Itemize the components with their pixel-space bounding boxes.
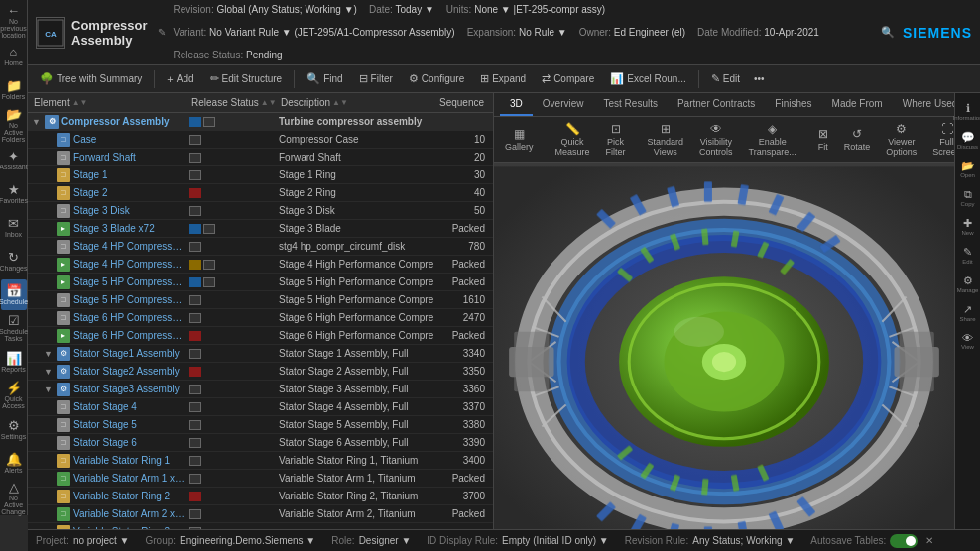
item-label[interactable]: Stage 2 — [73, 187, 107, 198]
tab-made-from[interactable]: Made From — [822, 93, 893, 116]
rs-copy-button[interactable]: ⧉ Copy — [956, 183, 980, 211]
compare-button[interactable]: ⇄ Compare — [536, 70, 600, 87]
rs-open-button[interactable]: 📂 Open — [956, 155, 980, 182]
table-row[interactable]: □Variable Stator Arm 2 x19Variable Stato… — [28, 505, 493, 523]
filter-button[interactable]: ⊟ Filter — [353, 70, 399, 87]
item-label[interactable]: Stage 6 HP Compressor Disk — [73, 312, 185, 323]
gallery-button[interactable]: ▦ Gallery — [500, 125, 539, 154]
table-row[interactable]: ▸Stage 4 HP Compressor Blade x61Stage 4 … — [28, 256, 493, 274]
visibility-controls-button[interactable]: 👁 Visibility Controls — [694, 120, 738, 159]
item-label[interactable]: Case — [73, 134, 96, 145]
table-row[interactable]: ▸Stage 5 HP Compressor Blade x65Stage 5 … — [28, 274, 493, 291]
sidebar-item-reports[interactable]: 📊 Reports — [1, 346, 27, 378]
item-label[interactable]: Stage 3 Disk — [73, 205, 130, 216]
rs-edit-button[interactable]: ✎ Edit — [956, 241, 980, 269]
tree-with-summary-button[interactable]: 🌳 Tree with Summary — [34, 70, 148, 87]
item-label[interactable]: Forward Shaft — [73, 152, 136, 163]
item-label[interactable]: Variable Stator Ring 1 — [73, 455, 170, 466]
item-label[interactable]: Variable Stator Ring 2 — [73, 491, 170, 501]
table-row[interactable]: □Stage 1Stage 1 Ring30 — [28, 166, 493, 184]
tree-content[interactable]: ▼⚙Compressor AssemblyTurbine compressor … — [28, 113, 493, 551]
tab-overview[interactable]: Overview — [533, 93, 594, 116]
fit-button[interactable]: ⊠ Fit — [813, 125, 833, 154]
table-row[interactable]: □Stator Stage 5Stator Stage 5 Assembly, … — [28, 416, 493, 434]
table-row[interactable]: □Stage 6 HP Compressor DiskStage 6 High … — [28, 309, 493, 327]
item-label[interactable]: Stator Stage 6 — [73, 437, 137, 448]
group-value[interactable]: Engineering.Demo.Siemens ▼ — [180, 535, 315, 546]
table-row[interactable]: □Stage 2Stage 2 Ring40 — [28, 184, 493, 202]
item-label[interactable]: Stator Stage 5 — [73, 419, 137, 430]
sidebar-item-active-folders[interactable]: 📂 No Active Folders — [1, 108, 27, 143]
table-row[interactable]: □Forward ShaftForward Shaft20 — [28, 149, 493, 166]
item-label[interactable]: Stage 4 HP Compressor Disk — [73, 241, 185, 252]
table-row[interactable]: □Stator Stage 6Stator Stage 6 Assembly, … — [28, 434, 493, 452]
rs-new-button[interactable]: ✚ New — [956, 212, 980, 240]
table-row[interactable]: □Variable Stator Arm 1 x29Variable Stato… — [28, 470, 493, 488]
quick-measure-button[interactable]: 📏 Quick Measure — [551, 120, 595, 159]
col-header-sequence[interactable]: Sequence — [433, 96, 493, 109]
sidebar-item-no-prev[interactable]: ← No previous location — [1, 4, 27, 39]
item-label[interactable]: Stage 5 HP Compressor Blade x65 — [73, 276, 185, 287]
sidebar-item-home[interactable]: ⌂ Home — [1, 41, 27, 72]
item-label[interactable]: Stage 6 HP Compressor Blade x87 — [73, 330, 185, 341]
expand-button[interactable]: ⊞ Expand — [474, 70, 532, 87]
table-row[interactable]: □Stage 4 HP Compressor Diskstg4 hp_compr… — [28, 238, 493, 256]
item-label[interactable]: Stator Stage3 Assembly — [73, 384, 180, 394]
sidebar-item-favorites[interactable]: ★ Favorites — [1, 178, 27, 210]
rotate-button[interactable]: ↺ Rotate — [839, 125, 876, 154]
search-icon[interactable]: 🔍 — [881, 26, 895, 39]
more-options-button[interactable]: ••• — [750, 71, 769, 86]
table-row[interactable]: □Variable Stator Ring 2Variable Stator R… — [28, 488, 493, 505]
role-value[interactable]: Designer ▼ — [359, 535, 412, 546]
sidebar-item-schedule[interactable]: 📅 Schedule — [1, 279, 27, 311]
project-value[interactable]: no project ▼ — [73, 535, 130, 546]
edit-button[interactable]: ✎ Edit — [705, 70, 746, 87]
id-display-value[interactable]: Empty (Initial ID only) ▼ — [502, 535, 609, 546]
item-label[interactable]: Stator Stage2 Assembly — [73, 366, 180, 377]
table-row[interactable]: ▼⚙Compressor AssemblyTurbine compressor … — [28, 113, 493, 131]
find-button[interactable]: 🔍 Find — [301, 70, 348, 87]
table-row[interactable]: ▼⚙Stator Stage3 AssemblyStator Stage 3 A… — [28, 381, 493, 398]
rs-manage-button[interactable]: ⚙ Manage — [956, 270, 980, 297]
item-label[interactable]: Stage 4 HP Compressor Blade x61 — [73, 259, 185, 270]
table-row[interactable]: □Stage 5 HP Compressor DiskStage 5 High … — [28, 291, 493, 309]
rs-view-button[interactable]: 👁 View — [956, 327, 980, 355]
enable-transparency-button[interactable]: ◈ Enable Transpare... — [744, 120, 801, 159]
col-header-description[interactable]: Description ▲▼ — [275, 96, 433, 109]
standard-views-button[interactable]: ⊞ Standard Views — [643, 120, 689, 159]
expand-icon[interactable]: ▼ — [32, 117, 42, 127]
sidebar-item-alerts[interactable]: 🔔 Alerts — [1, 447, 27, 479]
item-label[interactable]: Variable Stator Arm 2 x19 — [73, 508, 185, 519]
sidebar-item-no-active-change[interactable]: △ No Active Change — [1, 481, 27, 515]
sidebar-item-settings[interactable]: ⚙ Settings — [1, 413, 27, 445]
autosave-toggle[interactable] — [890, 534, 918, 548]
configure-button[interactable]: ⚙ Configure — [403, 70, 470, 87]
item-label[interactable]: Variable Stator Arm 1 x29 — [73, 473, 185, 484]
tab-partner-contracts[interactable]: Partner Contracts — [668, 93, 765, 116]
item-label[interactable]: Stage 3 Blade x72 — [73, 223, 155, 234]
table-row[interactable]: □Stator Stage 4Stator Stage 4 Assembly, … — [28, 398, 493, 416]
col-header-status[interactable]: Release Status ▲▼ — [185, 96, 275, 109]
sidebar-item-inbox[interactable]: ✉ Inbox — [1, 212, 27, 244]
item-label[interactable]: Stage 5 HP Compressor Disk — [73, 294, 185, 305]
tab-finishes[interactable]: Finishes — [765, 93, 821, 116]
table-row[interactable]: ▸Stage 3 Blade x72Stage 3 BladePacked — [28, 220, 493, 238]
expand-icon[interactable]: ▼ — [44, 367, 54, 377]
table-row[interactable]: □Stage 3 DiskStage 3 Disk50 — [28, 202, 493, 220]
add-button[interactable]: + Add — [161, 71, 199, 87]
revision-rule-value[interactable]: Any Status; Working ▼ — [692, 535, 795, 546]
sidebar-item-folders[interactable]: 📁 Folders — [1, 74, 27, 106]
table-row[interactable]: □Variable Stator Ring 1Variable Stator R… — [28, 452, 493, 470]
item-label[interactable]: Stator Stage1 Assembly — [73, 348, 180, 359]
sidebar-item-schedule-tasks[interactable]: ☑ Schedule Tasks — [1, 312, 27, 344]
table-row[interactable]: ▸Stage 6 HP Compressor Blade x87Stage 6 … — [28, 327, 493, 345]
col-header-element[interactable]: Element ▲▼ — [28, 96, 185, 109]
item-label[interactable]: Stage 1 — [73, 169, 107, 180]
sidebar-item-changes[interactable]: ↻ Changes — [1, 246, 27, 277]
sidebar-item-assistant[interactable]: ✦ Assistant — [1, 145, 27, 176]
pick-filter-button[interactable]: ⊡ Pick Filter — [601, 120, 631, 159]
table-row[interactable]: □CaseCompressor Case10 — [28, 131, 493, 149]
item-label[interactable]: Stator Stage 4 — [73, 401, 137, 412]
3d-viewport[interactable] — [494, 163, 954, 551]
tab-test-results[interactable]: Test Results — [593, 93, 667, 116]
